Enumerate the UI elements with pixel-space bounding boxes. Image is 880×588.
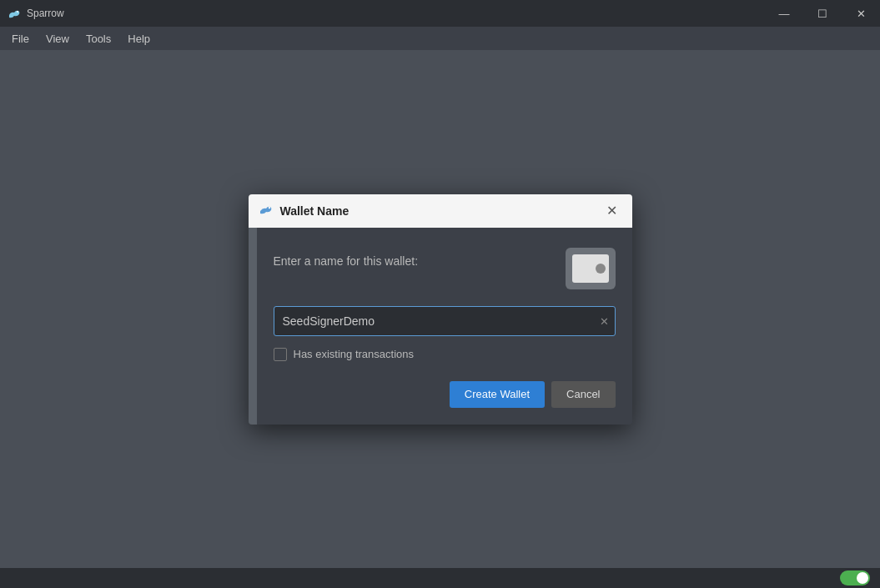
maximize-button[interactable]: ☐ [803,0,842,27]
dialog-title: Wallet Name [280,204,349,218]
title-bar: Sparrow — ☐ ✕ [0,0,880,27]
window-controls: — ☐ ✕ [765,0,880,27]
wallet-icon [566,248,616,289]
main-content: Wallet Name ✕ Enter a name for this wall… [0,50,880,568]
clear-input-button[interactable]: ✕ [600,314,609,327]
svg-point-1 [268,206,269,208]
wallet-name-input-wrapper: ✕ [274,306,616,336]
app-title: Sparrow [27,8,64,19]
connection-toggle[interactable] [840,570,870,585]
app-icon [7,6,22,21]
menu-view[interactable]: View [39,30,76,48]
menu-bar: File View Tools Help [0,27,880,50]
svg-point-0 [17,11,18,13]
menu-tools[interactable]: Tools [79,30,118,48]
dialog-close-button[interactable]: ✕ [602,201,622,221]
menu-file[interactable]: File [5,30,36,48]
dialog-titlebar: Wallet Name ✕ [249,194,632,228]
wallet-name-dialog: Wallet Name ✕ Enter a name for this wall… [249,194,632,425]
existing-transactions-label: Has existing transactions [294,348,415,360]
close-button[interactable]: ✕ [842,0,880,27]
dialog-buttons: Create Wallet Cancel [274,381,616,408]
minimize-button[interactable]: — [765,0,803,27]
toggle-knob [857,572,868,584]
existing-transactions-checkbox[interactable] [274,348,287,361]
existing-transactions-row: Has existing transactions [274,348,616,361]
dialog-top-row: Enter a name for this wallet: [274,248,616,289]
dialog-accent-bar [249,228,257,425]
dialog-content: Enter a name for this wallet: ✕ Has exi [257,228,632,425]
wallet-icon-card [572,254,609,283]
wallet-name-input[interactable] [274,306,616,336]
dialog-sparrow-icon [259,202,274,220]
create-wallet-button[interactable]: Create Wallet [450,381,545,408]
menu-help[interactable]: Help [121,30,157,48]
wallet-icon-coin [596,264,606,274]
dialog-prompt: Enter a name for this wallet: [274,248,419,268]
dialog-body: Enter a name for this wallet: ✕ Has exi [249,228,632,425]
cancel-button[interactable]: Cancel [551,381,615,408]
status-bar [0,568,880,588]
